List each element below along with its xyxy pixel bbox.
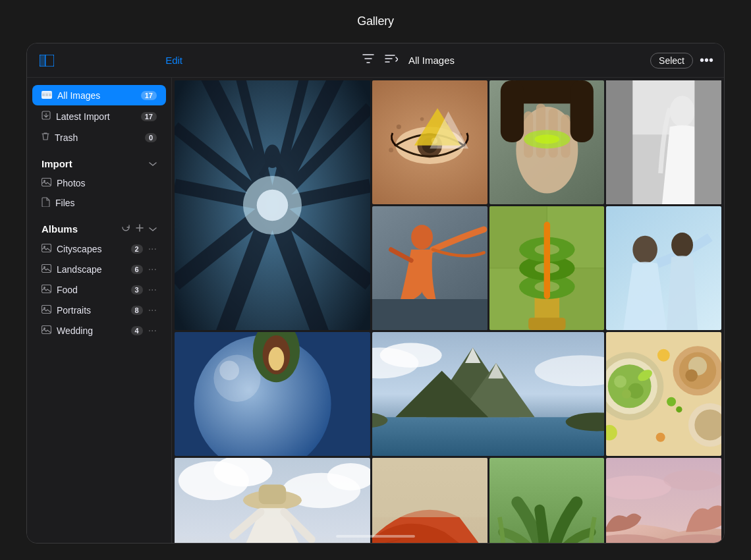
svg-point-11 (43, 246, 45, 248)
toolbar-title: All Images (408, 55, 455, 66)
food-more[interactable]: ··· (148, 284, 157, 296)
food-label: Food (57, 285, 126, 295)
toolbar-center: All Images (182, 53, 634, 67)
photo-7[interactable] (606, 206, 721, 330)
edit-button[interactable]: Edit (165, 55, 182, 66)
svg-point-90 (671, 233, 693, 258)
svg-rect-141 (372, 458, 487, 517)
svg-point-128 (676, 406, 682, 412)
wedding-more[interactable]: ··· (148, 325, 157, 337)
photo-11[interactable] (175, 458, 370, 543)
trash-icon (42, 132, 49, 143)
svg-rect-61 (570, 80, 593, 142)
main-area: All Images 17 Latest Import 17 (27, 78, 724, 543)
cityscapes-icon (42, 244, 51, 254)
photo-6[interactable] (489, 206, 605, 330)
svg-point-97 (269, 347, 285, 371)
files-label: Files (55, 198, 157, 208)
svg-rect-72 (372, 299, 487, 330)
sidebar-item-all-images[interactable]: All Images 17 (32, 85, 166, 105)
svg-point-89 (633, 236, 658, 264)
svg-point-13 (43, 266, 45, 268)
svg-point-17 (43, 307, 45, 309)
portraits-badge: 8 (131, 306, 143, 315)
photo-grid (175, 80, 721, 543)
trash-label: Trash (55, 132, 140, 143)
landscape-more[interactable]: ··· (148, 264, 157, 275)
photos-icon (42, 178, 51, 188)
svg-point-93 (213, 355, 260, 402)
sidebar-item-trash[interactable]: Trash 0 (32, 127, 166, 148)
sidebar-item-files[interactable]: Files (32, 193, 166, 213)
svg-point-58 (534, 134, 559, 144)
svg-point-116 (622, 389, 631, 399)
filter-icon[interactable] (362, 53, 374, 67)
svg-point-39 (397, 125, 401, 129)
svg-rect-60 (500, 80, 523, 142)
svg-point-43 (389, 148, 393, 152)
all-images-icon (42, 90, 52, 101)
svg-point-126 (656, 433, 665, 442)
all-images-label: All Images (57, 90, 136, 101)
svg-rect-6 (49, 94, 51, 96)
svg-rect-0 (40, 55, 45, 67)
landscape-label: Landscape (57, 264, 126, 275)
toolbar-left: Edit (38, 51, 182, 70)
toolbar: Edit All Images Select ••• (27, 43, 724, 78)
photo-9[interactable] (372, 332, 604, 456)
albums-refresh[interactable] (121, 223, 130, 235)
cityscapes-more[interactable]: ··· (148, 243, 157, 255)
albums-add[interactable] (136, 223, 144, 235)
photo-3[interactable] (489, 80, 605, 204)
landscape-badge: 6 (131, 265, 143, 274)
svg-point-34 (257, 190, 289, 221)
photo-1[interactable] (175, 80, 370, 330)
wedding-icon (42, 325, 51, 336)
svg-point-19 (43, 327, 45, 329)
photo-5[interactable] (372, 206, 487, 330)
svg-point-9 (43, 180, 45, 182)
svg-rect-67 (695, 80, 721, 204)
svg-point-15 (43, 287, 45, 289)
sort-icon[interactable] (385, 53, 398, 67)
albums-chevron[interactable] (149, 223, 157, 235)
svg-point-40 (420, 117, 424, 121)
photo-4[interactable] (606, 80, 721, 204)
sidebar-item-portraits[interactable]: Portraits 8 ··· (32, 300, 166, 320)
more-button[interactable]: ••• (700, 53, 713, 68)
latest-import-label: Latest Import (56, 111, 136, 122)
sidebar: All Images 17 Latest Import 17 (27, 78, 172, 543)
sidebar-item-wedding[interactable]: Wedding 4 ··· (32, 321, 166, 341)
sidebar-item-photos[interactable]: Photos (32, 174, 166, 192)
latest-import-icon (42, 111, 51, 122)
device-frame: Edit All Images Select ••• (26, 43, 725, 544)
latest-import-badge: 17 (141, 112, 157, 121)
svg-point-124 (657, 349, 670, 362)
photo-8[interactable] (175, 332, 370, 456)
svg-point-121 (686, 369, 698, 381)
sidebar-item-food[interactable]: Food 3 ··· (32, 280, 166, 300)
photo-13[interactable] (489, 458, 605, 543)
svg-rect-4 (42, 94, 45, 96)
portraits-more[interactable]: ··· (148, 304, 157, 316)
sidebar-item-latest-import[interactable]: Latest Import 17 (32, 106, 166, 126)
svg-point-127 (667, 397, 676, 406)
scroll-indicator (336, 535, 415, 538)
photo-14[interactable] (606, 458, 721, 543)
photo-10[interactable] (606, 332, 721, 456)
wedding-badge: 4 (131, 326, 143, 335)
sidebar-item-landscape[interactable]: Landscape 6 ··· (32, 260, 166, 279)
photo-2[interactable] (372, 80, 487, 204)
svg-point-70 (411, 225, 433, 250)
all-images-badge: 17 (141, 91, 157, 100)
sidebar-item-cityscapes[interactable]: Cityscapes 2 ··· (32, 239, 166, 259)
photo-12[interactable] (372, 458, 487, 543)
svg-rect-66 (606, 80, 632, 204)
sidebar-toggle-button[interactable] (38, 51, 56, 70)
svg-rect-80 (528, 318, 565, 330)
select-button[interactable]: Select (650, 53, 693, 69)
food-icon (42, 285, 51, 295)
wedding-label: Wedding (57, 325, 126, 336)
import-chevron[interactable] (149, 157, 157, 169)
toolbar-right: Select ••• (634, 53, 713, 69)
